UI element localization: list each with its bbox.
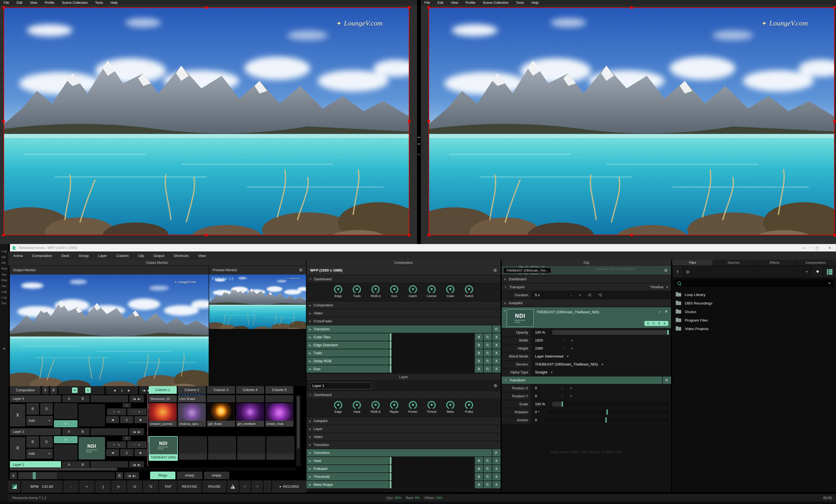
clip-cell[interactable] bbox=[237, 436, 265, 461]
dashboard-dial[interactable]: Edge bbox=[332, 285, 344, 301]
list-item[interactable]: Rup bbox=[0, 267, 8, 273]
bpm-decrease-button[interactable]: - bbox=[63, 480, 79, 493]
pause-icon[interactable]: || bbox=[121, 389, 122, 392]
menu-item[interactable]: Group bbox=[79, 254, 89, 258]
menu-item[interactable]: Help bbox=[531, 1, 538, 5]
scale-slider[interactable] bbox=[552, 402, 669, 406]
layer-bypass-button[interactable]: B bbox=[26, 403, 39, 415]
selection-handle[interactable] bbox=[833, 234, 836, 236]
deck-tab[interactable]: empty bbox=[204, 471, 229, 479]
crossfader-handle[interactable] bbox=[33, 472, 36, 479]
remove-effect-button[interactable]: X bbox=[492, 341, 500, 349]
play-icon[interactable]: ▶ bbox=[134, 416, 147, 423]
browser-tab[interactable]: Compositions bbox=[795, 260, 836, 266]
param-button[interactable]: P, bbox=[662, 376, 671, 384]
channel-toggle[interactable]: B bbox=[658, 322, 660, 325]
dial-knob-icon[interactable] bbox=[465, 285, 473, 293]
remove-effect-button[interactable]: X bbox=[492, 481, 500, 488]
record-button[interactable]: ●RECORD bbox=[272, 480, 306, 493]
anchor-slider[interactable] bbox=[544, 418, 669, 422]
clip-grid-scrollbar[interactable] bbox=[296, 395, 301, 466]
selection-handle[interactable] bbox=[630, 234, 633, 236]
skip-forward-icon[interactable]: ▶| bbox=[138, 463, 140, 466]
layer-solo-button[interactable]: S bbox=[40, 436, 53, 448]
expand-icon[interactable]: ↔ bbox=[657, 309, 662, 314]
column-header[interactable]: Column 4 bbox=[236, 386, 264, 394]
menu-item[interactable]: Edit bbox=[17, 1, 22, 5]
effect-opacity-slider[interactable] bbox=[392, 333, 474, 341]
menu-item[interactable]: File bbox=[424, 1, 430, 5]
bypass-button[interactable]: B bbox=[475, 357, 483, 365]
layer-a-button[interactable]: A bbox=[68, 397, 70, 401]
column-header[interactable]: Column 3 bbox=[207, 386, 235, 394]
transport-mode[interactable]: Timeline bbox=[650, 285, 664, 289]
list-item[interactable]: Log bbox=[0, 296, 8, 302]
crossfader-b-button[interactable]: B bbox=[116, 472, 123, 479]
layer-fader[interactable] bbox=[54, 403, 77, 419]
section-dashboard[interactable]: ▼Dashboard bbox=[306, 275, 500, 283]
position-y-value[interactable]: 0 bbox=[535, 394, 537, 398]
layer-solo-button[interactable]: S bbox=[40, 403, 53, 415]
crossfader[interactable] bbox=[18, 472, 115, 479]
clip-cell[interactable]: crown_chak bbox=[265, 403, 293, 427]
clip-cell[interactable]: Structures_02 bbox=[149, 395, 177, 402]
transform-row[interactable]: ▶Transform P, bbox=[306, 325, 500, 333]
effect-opacity-slider[interactable] bbox=[392, 357, 474, 365]
server-select[interactable]: THEBEAST (OBSmain_TheBeast_NDI) bbox=[535, 362, 598, 366]
close-icon[interactable]: ✕ bbox=[665, 309, 668, 313]
rotation-value[interactable]: 0 ° bbox=[535, 410, 539, 414]
remove-effect-button[interactable]: X bbox=[492, 465, 500, 472]
param-button[interactable]: P, bbox=[483, 349, 492, 357]
bypass-button[interactable]: B bbox=[475, 473, 483, 480]
menu-item[interactable]: View bbox=[451, 1, 458, 5]
column-header[interactable]: Column 2 bbox=[178, 386, 206, 394]
remove-effect-button[interactable]: X bbox=[492, 473, 500, 480]
effect-row[interactable]: ▶Heat B P, X bbox=[306, 457, 500, 464]
dial-knob-icon[interactable] bbox=[465, 401, 473, 409]
deck-tab[interactable]: empty bbox=[177, 471, 202, 479]
section-row[interactable]: ▶Video bbox=[306, 433, 500, 441]
gear-icon[interactable]: ⚙ bbox=[493, 268, 497, 273]
column-header[interactable]: Column 5 bbox=[265, 386, 293, 394]
effect-row[interactable]: ▶Polkadot B P, X bbox=[306, 465, 500, 472]
rotation-slider[interactable] bbox=[547, 410, 669, 414]
composition-bypass-button[interactable]: B bbox=[50, 386, 57, 394]
list-view-button[interactable] bbox=[824, 266, 835, 277]
effect-row[interactable]: ▶Trails B P, X bbox=[306, 349, 500, 357]
selection-handle[interactable] bbox=[2, 234, 5, 236]
crossfader-a-button[interactable]: A bbox=[10, 472, 17, 479]
decrement-button[interactable]: - bbox=[562, 386, 563, 390]
remove-effect-button[interactable]: X bbox=[492, 365, 500, 373]
clip-cell[interactable]: girl_floatz bbox=[207, 403, 235, 427]
tap-tempo-button[interactable]: TAP bbox=[159, 480, 177, 493]
layer-a-button[interactable]: A bbox=[68, 463, 70, 467]
effect-row[interactable]: ▶Edge Detection B P, X bbox=[306, 341, 500, 349]
dashboard-dial[interactable]: Linerar bbox=[425, 285, 438, 301]
skip-back-icon[interactable]: |◀ bbox=[133, 398, 135, 401]
nudge-up-button[interactable]: |+ bbox=[111, 480, 127, 493]
param-button[interactable]: P, bbox=[483, 481, 492, 488]
effect-slider-handle[interactable] bbox=[390, 481, 392, 488]
bypass-button[interactable]: B bbox=[475, 341, 483, 349]
increment-button[interactable]: + bbox=[570, 386, 572, 390]
composition-button[interactable]: Composition bbox=[10, 386, 41, 394]
clip-grid-hscrollbar[interactable] bbox=[10, 467, 296, 471]
double-button[interactable]: *2 bbox=[598, 293, 602, 297]
folder-row[interactable]: Loop Library bbox=[672, 290, 836, 299]
skip-forward-icon[interactable]: ▶| bbox=[138, 430, 140, 433]
composition-clear-button[interactable]: X bbox=[42, 386, 49, 394]
duration-value[interactable]: 5 s bbox=[535, 293, 540, 297]
menu-item[interactable]: Layer bbox=[98, 254, 107, 258]
layer-b-button[interactable]: B bbox=[82, 430, 84, 434]
prev-icon[interactable]: ◀ bbox=[114, 389, 116, 392]
pause-icon[interactable]: || bbox=[120, 416, 133, 423]
folder-row[interactable]: Video Projects bbox=[672, 325, 836, 333]
param-button[interactable]: P, bbox=[483, 333, 492, 341]
blend-mode-dropdown[interactable]: Add▼ bbox=[26, 449, 53, 459]
skip-forward-icon[interactable]: ▶| bbox=[138, 398, 140, 401]
selection-handle[interactable] bbox=[833, 120, 836, 122]
selection-handle[interactable] bbox=[408, 120, 411, 122]
layer-a-button[interactable]: A bbox=[68, 430, 70, 434]
skip-back-icon[interactable]: |◀ bbox=[133, 430, 135, 433]
transform-row[interactable]: ▼Transform P, bbox=[502, 376, 671, 384]
